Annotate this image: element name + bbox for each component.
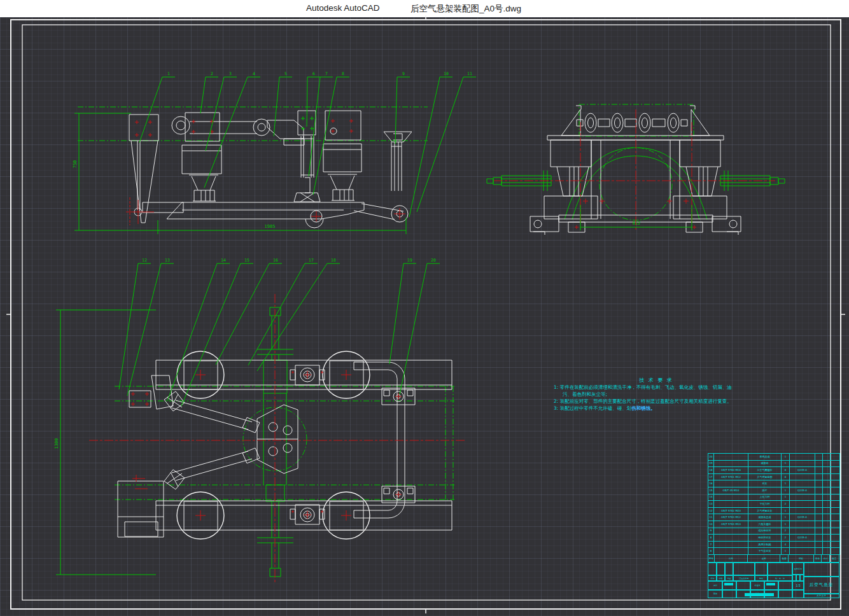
- parts-list-header: 序号 代号 名称 数量 材料 单件 总计 备注: [708, 554, 839, 563]
- title-block: 标记 处数 分区 更改文件号 签名 年、月、日 设计 标准化 审核 批准 阶段标…: [708, 563, 839, 598]
- tb-drawing-number-cell: [803, 563, 839, 577]
- side-view: 812: [487, 104, 785, 235]
- bom-row: 18GB/T 5780 M16工艺气囊螺栓8Q235-A: [708, 467, 840, 474]
- tb-signature-blob: [724, 583, 733, 585]
- technical-requirements: 技 术 要 求 1: 零件在装配前必须清理和清洗干净，不得有毛刺、飞边、氧化皮、…: [554, 377, 759, 412]
- tech-requirement-line: 污、着色剂和灰尘等;: [554, 391, 759, 398]
- balloon-18: 18: [331, 258, 336, 263]
- bom-row: 10GB/T 5784 M10六角头螺栓1: [708, 521, 840, 528]
- bom-header-remark: 备注: [829, 554, 839, 563]
- bom-header-no: 序号: [708, 554, 714, 563]
- tb-sig-check: 审核: [708, 589, 723, 598]
- bom-row: 17GB/T 5781 M12大气弹簧垫圈8: [708, 473, 840, 480]
- balloon-15: 15: [244, 258, 249, 263]
- bom-row: 8稳定杆支架2Q235-A: [708, 535, 840, 542]
- autocad-window: Autodesk AutoCAD 后空气悬架装配图_A0号.dwg: [0, 0, 849, 616]
- bom-row: 20桥壳总成1: [708, 454, 840, 461]
- parts-list-table: 20桥壳总成1 19减振器1 18GB/T 5780 M16工艺气囊螺栓8Q23…: [708, 453, 840, 555]
- balloon-12: 12: [142, 258, 147, 263]
- dim-side-width: 812: [633, 221, 641, 226]
- plan-view-leaders: 12 13 14 15 16 17 18 19 20: [119, 258, 440, 406]
- balloon-19: 19: [407, 258, 412, 263]
- balloon-13: 13: [165, 258, 170, 263]
- bom-row: 14上推力杆1: [708, 494, 840, 501]
- front-view-leaders: 1 2 3 4 5 6 7 8 9 10 11: [139, 71, 476, 217]
- balloon-8: 8: [342, 71, 344, 76]
- balloon-6: 6: [312, 71, 315, 76]
- balloon-16: 16: [273, 258, 278, 263]
- balloon-1: 1: [167, 71, 170, 76]
- plan-view-geometry: [118, 360, 452, 537]
- balloon-11: 11: [467, 71, 472, 76]
- bom-header-qty: 数量: [780, 554, 788, 563]
- balloon-3: 3: [229, 71, 232, 76]
- bom-header-total: 总计: [821, 554, 829, 563]
- dim-front-height: 750: [73, 160, 78, 169]
- balloon-7: 7: [325, 71, 328, 76]
- tb-drawing-title: 后空气悬架: [803, 576, 839, 594]
- plan-view-dimensions: 1300: [54, 310, 156, 575]
- front-view-dimensions: 750 1985: [73, 113, 406, 234]
- tech-requirement-line: 2: 装配前应对零、部件的主要配合尺寸，特别是过盈配合尺寸及相关精度进行复查。: [554, 398, 759, 405]
- balloon-20: 20: [431, 258, 436, 263]
- tech-requirement-line: 1: 零件在装配前必须清理和清洗干净，不得有毛刺、飞边、氧化皮、锈蚀、切屑、油: [554, 384, 759, 391]
- tb-sheet-info: 共 张 第 张: [803, 593, 839, 598]
- plan-view: 1300 12 13 14 15 16 17 18 19 20: [54, 258, 465, 582]
- tb-company-blob: [745, 593, 774, 596]
- tech-requirement-line: 3: 装配过程中零件不允许磕、碰、划伤和锈蚀。: [554, 405, 759, 412]
- balloon-14: 14: [221, 258, 226, 263]
- balloon-4: 4: [253, 71, 255, 76]
- dim-front-width: 1985: [265, 224, 276, 229]
- bom-row: 12GB/T 5782 M20大气弹簧支架1: [708, 507, 840, 514]
- bom-header-material: 材料: [788, 554, 813, 563]
- front-view: 750 1985 1 2 3 4 5 6 7 8 9 10 11: [73, 71, 476, 234]
- balloon-5: 5: [284, 71, 287, 76]
- balloon-10: 10: [444, 71, 449, 76]
- balloon-17: 17: [309, 258, 314, 263]
- tb-signature-blob: [766, 583, 775, 585]
- tech-requirements-title: 技 术 要 求: [554, 377, 759, 384]
- bom-row: 15GB/T 45 M10蹄片1Q235-A: [708, 487, 840, 494]
- tech-requirement-bold: 伤和锈蚀。: [631, 405, 656, 411]
- bom-header-name: 名称: [747, 554, 780, 563]
- dim-top-height: 1300: [54, 438, 59, 449]
- bom-row: 19减振器1: [708, 460, 840, 467]
- bom-header-code: 代号: [714, 554, 748, 563]
- bom-row: 7高度控制阀4: [708, 541, 840, 548]
- bom-row: 11GB/T 5783 M12减振器总成1Q235-A: [708, 514, 840, 521]
- tb-stage-label: 阶段标记: [792, 563, 804, 575]
- bom-row: 6下气室支架1: [708, 548, 840, 555]
- bom-header-unit: 单件: [813, 554, 821, 563]
- balloon-9: 9: [402, 71, 405, 76]
- balloon-2: 2: [211, 71, 213, 76]
- bom-row: 9横向稳定杆2: [708, 528, 840, 535]
- front-view-geometry: [129, 111, 412, 228]
- bom-row: 16支架1: [708, 480, 840, 487]
- bom-row: 13下推力杆2: [708, 501, 840, 508]
